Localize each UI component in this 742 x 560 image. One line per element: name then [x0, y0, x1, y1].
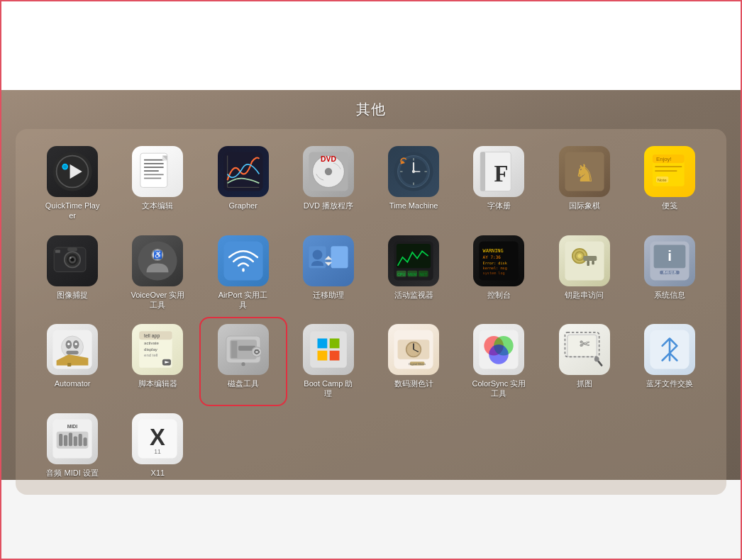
app-icon-voiceover: ♿ — [132, 235, 183, 286]
app-item-sysinfo[interactable]: i 系统信息 系统信息 — [629, 231, 711, 315]
inner-grid-container: QuickTime Player 文本编辑 Grapher — [16, 129, 726, 495]
app-label-migration: 迁移助理 — [313, 290, 344, 300]
app-label-activitymonitor: 活动监视器 — [394, 290, 433, 300]
app-icon-x11: X 11 — [132, 413, 183, 464]
folder-title: 其他 — [356, 100, 386, 119]
app-item-grapher[interactable]: Grapher — [202, 142, 284, 225]
svg-text:系统信息: 系统信息 — [663, 270, 677, 274]
app-item-airport[interactable]: AirPort 实用工具 — [202, 231, 284, 315]
app-item-automator[interactable]: Automator — [31, 320, 113, 403]
folder-container: 其他 QuickTime Player 文本编辑 — [1, 90, 741, 480]
svg-rect-56 — [223, 241, 262, 280]
svg-text:MIDI: MIDI — [67, 423, 78, 428]
svg-text:CPU: CPU — [397, 271, 405, 276]
svg-text:♞: ♞ — [574, 159, 595, 186]
app-item-diskutil[interactable]: 磁盘工具 — [202, 320, 284, 403]
app-icon-audiomidi: MIDI — [47, 413, 98, 464]
app-item-keychain[interactable]: 钥匙串访问 — [543, 231, 626, 315]
svg-rect-115 — [330, 351, 340, 361]
svg-text:DVD: DVD — [321, 155, 336, 163]
app-item-dvd[interactable]: DVD DVD 播放程序 — [287, 142, 370, 225]
app-label-textedit: 文本编辑 — [142, 201, 173, 211]
svg-text:✄: ✄ — [580, 337, 590, 351]
app-item-quicktime[interactable]: QuickTime Player — [31, 142, 113, 225]
svg-text:activate: activate — [144, 341, 159, 345]
svg-rect-10 — [144, 178, 161, 179]
app-label-dvd: DVD 播放程序 — [304, 201, 353, 211]
app-item-bootcamp[interactable]: Boot Camp 助理 — [287, 320, 370, 403]
app-item-grab[interactable]: ✄ 抓图 — [543, 320, 626, 403]
app-icon-automator — [47, 324, 98, 375]
app-icon-textedit — [132, 146, 183, 197]
apps-grid: QuickTime Player 文本编辑 Grapher — [31, 142, 711, 482]
app-icon-keychain — [559, 235, 610, 286]
app-label-stickies: 便笺 — [662, 201, 677, 211]
app-label-bootcamp: Boot Camp 助理 — [300, 379, 357, 399]
app-icon-grapher — [218, 146, 269, 197]
app-icon-activitymonitor: CPU MEM NET — [388, 235, 439, 286]
svg-text:11: 11 — [155, 447, 162, 454]
app-item-imagecapture[interactable]: 图像捕捉 — [31, 231, 113, 315]
app-icon-migration — [303, 235, 354, 286]
app-item-console[interactable]: WARNING AY 7:36 Error: disk kernel: msg … — [458, 231, 540, 315]
svg-text:system log: system log — [483, 271, 505, 276]
app-item-activitymonitor[interactable]: CPU MEM NET 活动监视器 — [372, 231, 455, 315]
app-item-migration[interactable]: 迁移助理 — [287, 231, 370, 315]
svg-rect-63 — [397, 243, 431, 267]
svg-point-49 — [70, 257, 72, 259]
svg-point-130 — [594, 357, 599, 362]
svg-rect-136 — [69, 432, 72, 446]
app-item-colorsync[interactable]: ColorSync 实用工具 — [458, 320, 540, 403]
svg-text:i: i — [668, 247, 672, 264]
app-label-bluetooth: 蓝牙文件交换 — [646, 379, 693, 388]
app-item-audiomidi[interactable]: MIDI 音频 MIDI 设置 — [31, 409, 113, 482]
app-item-stickies[interactable]: Enjoy! Note 便笺 — [629, 142, 711, 225]
svg-point-110 — [241, 362, 245, 366]
svg-point-94 — [75, 343, 77, 345]
svg-rect-32 — [481, 152, 486, 191]
app-label-chess: 国际象棋 — [569, 201, 600, 211]
svg-point-82 — [577, 253, 582, 258]
app-item-digitalmeter[interactable]: Digital Meter 数码测色计 — [372, 320, 455, 403]
svg-point-29 — [412, 170, 415, 173]
svg-rect-80 — [587, 261, 589, 266]
svg-rect-58 — [331, 246, 348, 268]
svg-point-59 — [312, 250, 322, 259]
svg-rect-7 — [144, 167, 164, 168]
app-icon-console: WARNING AY 7:36 Error: disk kernel: msg … — [473, 235, 524, 286]
app-icon-colorsync — [473, 324, 524, 375]
svg-rect-134 — [59, 434, 62, 446]
svg-text:Error: disk: Error: disk — [483, 261, 508, 265]
svg-rect-139 — [84, 437, 87, 446]
svg-text:♿: ♿ — [153, 250, 162, 259]
svg-rect-106 — [231, 341, 237, 358]
app-icon-diskutil — [218, 324, 269, 375]
app-icon-chess: ♞ — [559, 146, 610, 197]
app-label-imagecapture: 图像捕捉 — [57, 290, 88, 300]
svg-text:NET: NET — [420, 271, 428, 276]
app-item-voiceover[interactable]: ♿ VoiceOver 实用工具 — [116, 231, 199, 315]
app-label-digitalmeter: 数码测色计 — [394, 379, 433, 388]
app-icon-quicktime — [47, 146, 98, 197]
app-label-grab: 抓图 — [577, 379, 592, 388]
svg-rect-6 — [144, 163, 164, 164]
app-label-scripteditor: 脚本编辑器 — [138, 379, 177, 388]
app-icon-dvd: DVD — [303, 146, 354, 197]
svg-text:display: display — [144, 347, 157, 352]
svg-rect-112 — [317, 339, 327, 349]
svg-text:AY 7:36: AY 7:36 — [483, 254, 502, 259]
app-item-x11[interactable]: X 11 X11 — [116, 409, 199, 482]
app-item-fontbook[interactable]: F 字体册 — [458, 142, 540, 225]
svg-rect-92 — [67, 351, 79, 354]
svg-rect-137 — [74, 436, 77, 446]
app-item-scripteditor[interactable]: tell app activate display end tell 脚本编辑器 — [116, 320, 199, 403]
app-item-timemachine[interactable]: Time Machine — [372, 142, 455, 225]
app-item-bluetooth[interactable]: 蓝牙文件交换 — [629, 320, 711, 403]
app-icon-bootcamp — [303, 324, 354, 375]
svg-rect-111 — [310, 331, 347, 368]
svg-point-126 — [489, 345, 509, 364]
app-item-textedit[interactable]: 文本编辑 — [116, 142, 199, 225]
svg-rect-95 — [67, 363, 71, 366]
app-icon-digitalmeter: Digital Meter — [388, 324, 439, 375]
app-item-chess[interactable]: ♞ 国际象棋 — [543, 142, 626, 225]
